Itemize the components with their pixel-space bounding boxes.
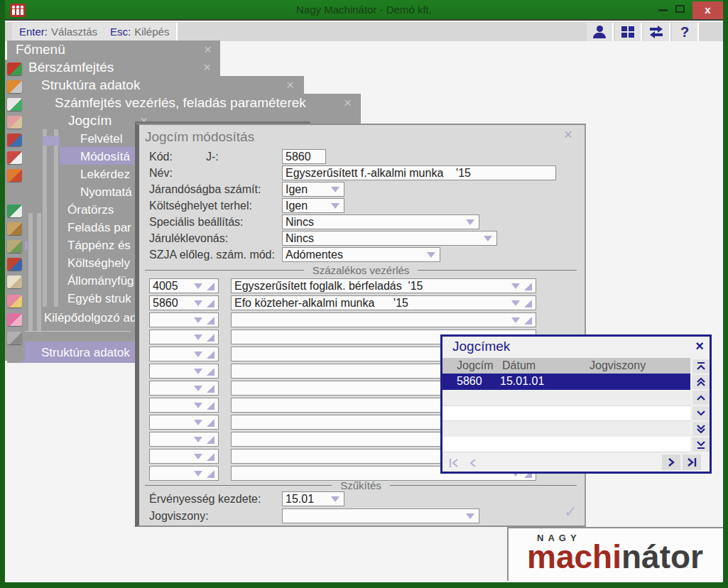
basket-icon[interactable] [7,62,22,75]
money-icon[interactable] [7,240,22,253]
popup-table-header: Jogcím Dátum Jogviszony [442,358,690,374]
close-button[interactable]: x [692,1,723,19]
double-chevron-down-icon [695,423,707,435]
popup-close-icon[interactable]: × [691,337,708,354]
menu-title-struktura[interactable]: Struktúra adatok [41,77,140,93]
menu-title-szamfejtes[interactable]: Számfejtés vezérlés, feladás paraméterek [55,95,306,111]
menu-title-berszamfejtes[interactable]: Bérszámfejtés [28,60,114,75]
jarandosag-dropdown[interactable]: Igen [282,182,344,197]
menu-item-feladas[interactable]: Feladás par [67,221,131,235]
help-button[interactable]: ? [672,23,699,41]
last-column-button[interactable] [683,454,701,470]
scroll-bottom-button[interactable] [692,437,710,452]
menu-item-egyeb[interactable]: Egyéb struk [67,292,131,306]
percent-row-name-combo[interactable]: Egyszerűsített foglalk. bérfeladás '15 [231,278,536,293]
menu-item-kilepodolgozo[interactable]: Kilépődolgozó ad [44,311,136,325]
percent-row-code-combo[interactable] [149,330,219,344]
page-down-button[interactable] [692,422,710,436]
specialis-dropdown[interactable]: Nincs [282,214,479,229]
percent-row-name-combo[interactable] [231,312,536,327]
switch-button[interactable] [643,23,670,41]
jogviszony-dropdown[interactable] [282,508,479,523]
book-icon[interactable] [7,205,22,217]
enter-select-button[interactable]: Enter: Választás [12,23,106,40]
table-row-empty[interactable] [442,405,690,421]
people-icon[interactable] [7,295,22,307]
percent-row-code-combo[interactable] [149,381,219,396]
house-icon[interactable] [7,258,22,271]
menu-item-allomanyfuggo[interactable]: Állományfüg [67,274,134,288]
folder-icon[interactable] [7,169,22,182]
next-column-button[interactable] [662,454,680,470]
close-icon[interactable]: × [344,96,352,109]
jarulek-dropdown[interactable]: Nincs [282,231,497,246]
column-jogcim[interactable]: Jogcím [457,359,494,372]
percent-row-code-combo[interactable] [149,449,219,464]
package-icon[interactable] [7,222,22,235]
menu-item-tappenz[interactable]: Táppénz és [67,239,131,253]
corner-handle-icon [207,368,214,376]
prev-column-button[interactable] [465,455,481,470]
szja-dropdown[interactable]: Adómentes [282,247,440,262]
corner-handle-icon [207,385,214,393]
menu-item-nyomtatas[interactable]: Nyomtatá [80,185,132,200]
dice-icon[interactable] [7,313,22,326]
percent-row-code-combo[interactable] [149,347,219,361]
register-icon[interactable] [7,134,22,146]
gears-icon[interactable] [7,332,22,344]
ervenyesseg-dropdown[interactable]: 15.01 [282,491,344,506]
percent-row-code-combo[interactable] [149,466,219,481]
menu-item-lekerdezes[interactable]: Lekérdez [80,168,130,182]
user-button[interactable] [587,23,614,41]
close-icon[interactable]: × [204,43,212,56]
percent-row-code-combo[interactable]: 5860 [149,295,219,310]
percent-row-code-combo[interactable] [149,312,219,327]
percent-row-code-combo[interactable] [149,364,219,379]
page-up-button[interactable] [692,375,710,389]
percent-row-code-combo[interactable] [149,415,219,430]
corner-handle-icon [207,300,214,307]
dialog-close-icon[interactable]: × [564,126,572,143]
column-jogviszony[interactable]: Jogviszony [590,359,646,372]
percent-row-code-combo[interactable]: 4005 [149,278,219,293]
scroll-top-button[interactable] [692,359,710,374]
table-row-empty[interactable] [442,421,690,437]
dropdown-arrow-icon [331,187,339,192]
modules-button[interactable] [615,23,642,41]
mail-icon[interactable] [7,276,22,288]
percent-row-name-combo[interactable]: Efo közteher-alkalmi munka '15 [231,295,536,310]
brand-accent: machi [527,538,621,575]
menu-item-struktura-adatok[interactable]: Struktúra adatok [41,346,130,360]
column-datum[interactable]: Dátum [502,359,536,372]
cart-icon[interactable] [7,80,22,93]
dropdown-arrow-icon [511,300,520,306]
receipt-icon[interactable] [7,151,22,164]
folder-cash-icon[interactable] [7,98,22,111]
menu-item-koltseghely[interactable]: Költséghely [67,256,130,271]
menu-item-modositas[interactable]: Módosítá [80,150,130,164]
first-column-button[interactable] [447,455,462,470]
dropdown-arrow-icon [194,420,202,425]
menu-item-felvetel[interactable]: Felvétel [80,132,123,146]
esc-exit-button[interactable]: Esc: Kilépés [103,23,178,40]
percent-row-code-combo[interactable] [149,432,219,447]
nev-input[interactable]: Egyszerűsített f.-alkalmi munka '15 [282,165,556,180]
menu-item-oratorzs[interactable]: Óratörzs [67,203,114,217]
close-icon[interactable]: × [286,78,294,92]
table-row-selected[interactable]: 5860 15.01.01 [442,374,690,390]
dropdown-arrow-icon [331,496,339,502]
maximize-button[interactable] [675,5,685,13]
menu-title-jogcim[interactable]: Jogcím [68,113,112,129]
close-icon[interactable]: × [203,60,211,74]
confirm-check-icon[interactable]: ✓ [564,503,577,521]
kod-input[interactable]: 5860 [282,149,326,164]
minimize-button[interactable] [658,9,668,11]
row-up-button[interactable] [692,391,710,405]
table-row-empty[interactable] [442,390,690,405]
row-down-button[interactable] [692,406,710,420]
table-row-empty[interactable] [442,437,690,452]
menu-title-fomenu[interactable]: Főmenü [16,42,65,58]
percent-row-code-combo[interactable] [149,398,219,413]
koltseghely-dropdown[interactable]: Igen [282,198,344,213]
coins-icon[interactable] [7,116,22,129]
